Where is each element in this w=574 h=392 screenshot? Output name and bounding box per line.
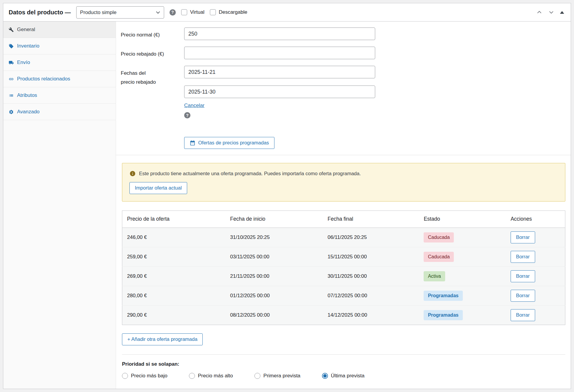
metabox-controls	[535, 8, 565, 17]
sale-dates-label: Fechas del precio rebajado	[121, 66, 184, 118]
offer-end-cell: 06/11/2025 20:25	[323, 228, 419, 247]
status-badge: Caducada	[424, 232, 454, 242]
delete-offer-button[interactable]: Borrar	[511, 270, 535, 282]
table-header-row: Precio de la oferta Fecha de inicio Fech…	[122, 211, 565, 228]
info-icon	[129, 170, 136, 177]
table-header-cell: Estado	[419, 211, 506, 228]
collapse-toggle-button[interactable]	[559, 10, 565, 15]
delete-offer-button[interactable]: Borrar	[511, 290, 535, 302]
sidebar-item-avanzado[interactable]: Avanzado	[3, 104, 116, 120]
status-badge: Programadas	[424, 310, 462, 320]
radio-label: Precio más alto	[198, 373, 233, 379]
sidebar-item-general[interactable]: General	[3, 22, 116, 38]
offer-price-cell: 246,00 €	[122, 228, 225, 247]
truck-icon	[9, 60, 14, 65]
help-icon[interactable]: ?	[170, 9, 176, 16]
product-type-select-wrap: Producto simple	[76, 6, 164, 19]
notice-text: Este producto tiene actualmente una ofer…	[139, 171, 361, 176]
offer-status-cell: Programadas	[419, 305, 506, 325]
scheduled-offers-button[interactable]: Ofertas de precios programadas	[184, 137, 274, 149]
offer-actions-cell: Borrar	[506, 266, 565, 286]
priority-option-ultima-prevista[interactable]: Última prevista	[322, 373, 364, 379]
calendar-icon	[190, 140, 196, 146]
status-badge: Caducada	[424, 252, 454, 262]
priority-radio[interactable]	[322, 373, 328, 379]
wrench-icon	[9, 27, 14, 32]
move-up-button[interactable]	[535, 8, 544, 17]
offer-end-cell: 15/11/2025 00:00	[323, 247, 419, 266]
sale-date-from-input[interactable]	[184, 66, 375, 78]
sidebar-item-label: Avanzado	[17, 109, 39, 115]
priority-radio[interactable]	[254, 373, 260, 379]
general-panel: Precio normal (€) Precio rebajado (€) Fe…	[116, 22, 571, 389]
notice-text-row: Este producto tiene actualmente una ofer…	[129, 170, 558, 177]
table-row: 280,00 € 01/12/2025 00:00 07/12/2025 00:…	[122, 286, 565, 305]
virtual-checkbox-option[interactable]: Virtual	[181, 9, 204, 15]
sale-price-label: Precio rebajado (€)	[121, 47, 184, 59]
downloadable-checkbox[interactable]	[210, 9, 216, 15]
downloadable-checkbox-label: Descargable	[219, 9, 247, 15]
sidebar-item-label: Atributos	[17, 92, 37, 98]
product-type-select[interactable]: Producto simple	[76, 6, 164, 19]
chevron-down-icon	[548, 9, 555, 16]
sale-price-input[interactable]	[184, 47, 375, 59]
table-header-cell: Fecha de inicio	[225, 211, 323, 228]
offer-end-cell: 07/12/2025 00:00	[323, 286, 419, 305]
delete-offer-button[interactable]: Borrar	[511, 231, 535, 243]
table-header-cell: Fecha final	[323, 211, 419, 228]
priority-option-primera-prevista[interactable]: Primera prevista	[254, 373, 300, 379]
offer-start-cell: 01/12/2025 00:00	[225, 286, 323, 305]
offer-start-cell: 21/11/2025 00:00	[225, 266, 323, 286]
scheduled-offers-table: Precio de la oferta Fecha de inicio Fech…	[122, 211, 565, 325]
sidebar-item-envio[interactable]: Envío	[3, 54, 116, 71]
virtual-checkbox[interactable]	[181, 9, 187, 15]
table-header-cell: Precio de la oferta	[122, 211, 225, 228]
table-head: Precio de la oferta Fecha de inicio Fech…	[122, 211, 565, 228]
sidebar-item-inventario[interactable]: Inventario	[3, 38, 116, 54]
radio-label: Primera prevista	[263, 373, 300, 379]
status-badge: Programadas	[424, 291, 462, 301]
priority-radio[interactable]	[122, 373, 128, 379]
sale-dates-inputs: Cancelar ?	[184, 66, 375, 118]
scheduled-offers-button-row: Ofertas de precios programadas	[116, 137, 571, 149]
offer-end-cell: 30/11/2025 00:00	[323, 266, 419, 286]
move-down-button[interactable]	[547, 8, 556, 17]
delete-offer-button[interactable]: Borrar	[511, 251, 535, 263]
delete-offer-button[interactable]: Borrar	[511, 309, 535, 321]
sidebar-item-label: Envío	[17, 60, 30, 65]
sidebar-item-atributos[interactable]: Atributos	[3, 87, 116, 104]
triangle-up-icon	[560, 11, 564, 14]
regular-price-row: Precio normal (€)	[116, 28, 571, 40]
offer-price-cell: 290,00 €	[122, 305, 225, 325]
add-offer-row: + Añadir otra oferta programada	[122, 333, 565, 345]
sale-price-row: Precio rebajado (€)	[116, 47, 571, 59]
product-data-tabs: General Inventario Envío Productos relac…	[3, 22, 116, 389]
priority-radio[interactable]	[189, 373, 195, 379]
priority-option-precio-mas-bajo[interactable]: Precio más bajo	[122, 373, 167, 379]
table-row: 269,00 € 21/11/2025 00:00 30/11/2025 00:…	[122, 266, 565, 286]
offer-start-cell: 31/10/2025 20:25	[225, 228, 323, 247]
priority-section: Prioridad si se solapan: Precio más bajo…	[122, 354, 565, 379]
help-icon[interactable]: ?	[184, 112, 190, 118]
sidebar-item-label: Productos relacionados	[17, 76, 70, 82]
offer-price-cell: 269,00 €	[122, 266, 225, 286]
offer-start-cell: 08/12/2025 00:00	[225, 305, 323, 325]
regular-price-input[interactable]	[184, 28, 375, 40]
list-icon	[9, 93, 14, 98]
priority-radio-group: Precio más bajo Precio más alto Primera …	[122, 373, 565, 379]
table-row: 246,00 € 31/10/2025 20:25 06/11/2025 20:…	[122, 228, 565, 247]
sidebar-item-productos-relacionados[interactable]: Productos relacionados	[3, 71, 116, 87]
sidebar-item-label: Inventario	[17, 43, 39, 49]
sale-date-to-input[interactable]	[184, 86, 375, 98]
downloadable-checkbox-option[interactable]: Descargable	[210, 9, 247, 15]
panel-header: Datos del producto — Producto simple ? V…	[3, 3, 571, 22]
offer-status-cell: Caducada	[419, 247, 506, 266]
offer-actions-cell: Borrar	[506, 305, 565, 325]
add-offer-button[interactable]: + Añadir otra oferta programada	[122, 333, 203, 345]
chevron-up-icon	[536, 9, 543, 16]
priority-option-precio-mas-alto[interactable]: Precio más alto	[189, 373, 233, 379]
import-offer-button[interactable]: Importar oferta actual	[129, 182, 187, 194]
product-data-panel: Datos del producto — Producto simple ? V…	[3, 3, 571, 389]
offer-actions-cell: Borrar	[506, 286, 565, 305]
cancel-sale-dates-link[interactable]: Cancelar	[184, 103, 204, 109]
